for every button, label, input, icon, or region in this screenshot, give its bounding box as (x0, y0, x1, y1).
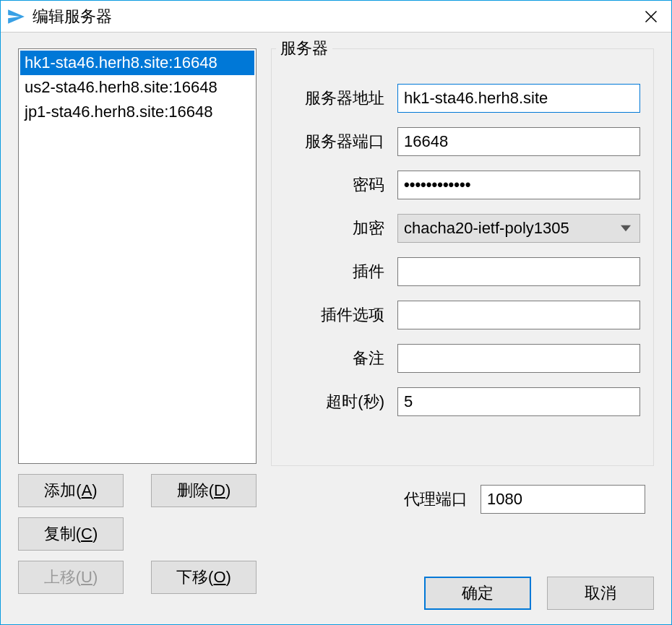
encryption-value: chacha20-ietf-poly1305 (404, 219, 569, 238)
server-list-item[interactable]: jp1-sta46.herh8.site:16648 (20, 100, 254, 124)
timeout-input[interactable] (397, 387, 640, 416)
remark-label: 备注 (285, 348, 397, 369)
ok-button[interactable]: 确定 (424, 577, 531, 610)
fieldset-legend: 服务器 (276, 38, 332, 59)
left-column: hk1-sta46.herh8.site:16648 us2-sta46.her… (18, 48, 257, 594)
plugin-input[interactable] (397, 257, 640, 286)
server-listbox[interactable]: hk1-sta46.herh8.site:16648 us2-sta46.her… (18, 48, 257, 464)
server-fieldset: 服务器 服务器地址 服务器端口 密码 加密 (271, 48, 654, 466)
paper-plane-icon (7, 7, 25, 26)
titlebar: 编辑服务器 (1, 1, 671, 33)
copy-button[interactable]: 复制(C) (18, 517, 124, 551)
close-button[interactable] (631, 1, 671, 33)
edit-servers-dialog: 编辑服务器 hk1-sta46.herh8.site:16648 us2-sta… (0, 0, 672, 625)
chevron-down-icon (621, 223, 631, 234)
encryption-label: 加密 (285, 217, 397, 239)
server-address-input[interactable] (397, 84, 640, 113)
dialog-footer: 确定 取消 (424, 577, 654, 610)
proxy-port-label: 代理端口 (271, 488, 481, 510)
server-port-label: 服务器端口 (285, 131, 397, 152)
server-port-input[interactable] (397, 127, 640, 156)
delete-button[interactable]: 删除(D) (151, 474, 257, 507)
add-button[interactable]: 添加(A) (18, 474, 124, 507)
encryption-select[interactable]: chacha20-ietf-poly1305 (397, 214, 640, 243)
plugin-label: 插件 (285, 261, 397, 283)
remark-input[interactable] (397, 344, 640, 373)
server-list-item[interactable]: hk1-sta46.herh8.site:16648 (20, 51, 254, 75)
cancel-button[interactable]: 取消 (547, 577, 654, 610)
server-list-item[interactable]: us2-sta46.herh8.site:16648 (20, 75, 254, 100)
server-address-label: 服务器地址 (285, 87, 397, 109)
dialog-body: hk1-sta46.herh8.site:16648 us2-sta46.her… (1, 33, 671, 624)
password-label: 密码 (285, 174, 397, 196)
move-down-button[interactable]: 下移(O) (151, 561, 257, 594)
timeout-label: 超时(秒) (285, 391, 397, 413)
proxy-port-input[interactable] (481, 485, 645, 514)
move-up-button[interactable]: 上移(U) (18, 561, 124, 594)
window-title: 编辑服务器 (33, 6, 631, 27)
plugin-options-label: 插件选项 (285, 304, 397, 326)
plugin-options-input[interactable] (397, 301, 640, 329)
password-input[interactable] (397, 171, 640, 199)
